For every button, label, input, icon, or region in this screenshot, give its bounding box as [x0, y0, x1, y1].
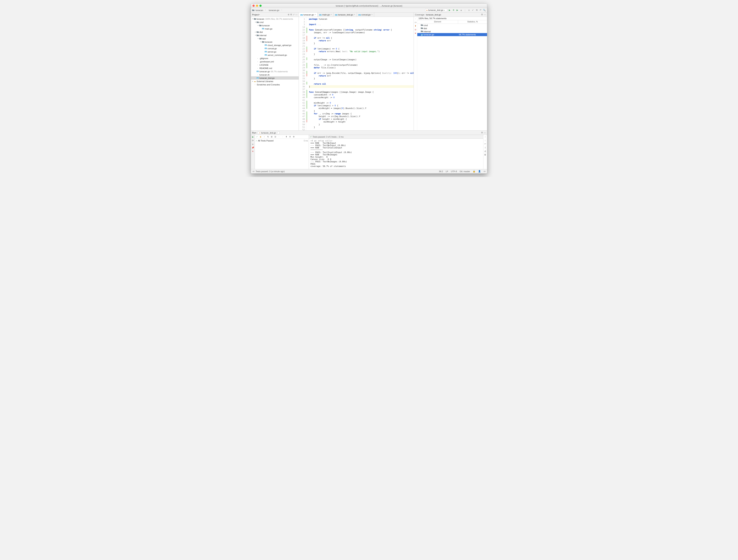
tree-row[interactable]: goserver_command.go: [251, 53, 299, 57]
up-icon[interactable]: ↑: [485, 135, 486, 138]
tree-row[interactable]: ▾internal: [251, 34, 299, 37]
coverage-row[interactable]: gotunacan.go58.7% statements: [417, 33, 487, 36]
pin-icon[interactable]: 📌: [252, 147, 254, 149]
code-editor[interactable]: 1231415161718192021222324252627282930313…: [299, 17, 414, 130]
tree-row[interactable]: ▫.gitignore: [251, 57, 299, 60]
print-icon[interactable]: 🖨: [484, 150, 486, 152]
git-branch[interactable]: Git: master: [460, 170, 470, 173]
debug-icon[interactable]: ❉: [452, 9, 455, 12]
close-icon[interactable]: ✕: [252, 150, 254, 153]
tree-row[interactable]: goconcat.go: [251, 47, 299, 50]
tree-twisty-icon[interactable]: ▸: [252, 80, 254, 82]
tree-twisty-icon[interactable]: ▾: [255, 34, 256, 36]
close-icon[interactable]: ✕: [415, 32, 416, 35]
tree-row[interactable]: ▫Scratches and Consoles: [251, 83, 299, 86]
tree-row[interactable]: gotunacan.go58.7% statements: [251, 70, 299, 73]
tree-row[interactable]: goserver.go: [251, 50, 299, 53]
check-icon[interactable]: ✓: [256, 135, 258, 138]
run-config-select[interactable]: ▸ tunacan_test.go ▾: [425, 8, 447, 12]
breadcrumb-item[interactable]: tunacan: [255, 9, 264, 12]
chevron-down-icon[interactable]: ▾: [259, 14, 260, 15]
gear-icon[interactable]: ⚙: [481, 13, 483, 16]
wrap-icon[interactable]: ↩: [484, 143, 486, 145]
import-icon[interactable]: ⬇: [289, 135, 291, 138]
coverage-row[interactable]: cmd: [417, 24, 487, 27]
tree-row[interactable]: ▾tunacan: [251, 24, 299, 27]
tree-row[interactable]: ▾cmd: [251, 20, 299, 24]
toggle-icon[interactable]: ⟳: [252, 139, 254, 142]
hide-icon[interactable]: —: [295, 13, 298, 16]
tree-row[interactable]: ▾app: [251, 37, 299, 40]
tree-row[interactable]: ▸dist: [251, 30, 299, 34]
run-tab[interactable]: ▸ tunacan_test.go ×: [258, 131, 280, 134]
search-icon[interactable]: 🔍: [483, 9, 486, 12]
stop-icon[interactable]: ■: [252, 143, 254, 145]
export-icon[interactable]: ⬆: [285, 135, 288, 138]
sort2-icon[interactable]: ⇅: [267, 135, 269, 138]
gear-icon[interactable]: ⚙: [481, 131, 483, 134]
expand-icon[interactable]: ⊞: [270, 135, 273, 138]
hector-icon[interactable]: ▭: [483, 170, 485, 173]
tree-row[interactable]: ▫README.md: [251, 66, 299, 70]
close-icon[interactable]: ×: [331, 14, 332, 16]
editor-tab[interactable]: goconcat.go×: [357, 13, 374, 17]
test-root-row[interactable]: ✓ All Tests Passed 0 ms: [256, 139, 308, 142]
breadcrumb[interactable]: tunacan 〉 tunacan.go 〉: [252, 9, 284, 12]
run-icon[interactable]: ▶: [448, 9, 451, 12]
inspector-icon[interactable]: 👤: [478, 170, 481, 173]
code-area[interactable]: package tunacan import ... func Concat(s…: [307, 17, 414, 130]
tree-row[interactable]: ▫.goreleaser.yml: [251, 60, 299, 63]
rerun-icon[interactable]: ▶: [252, 135, 254, 138]
gear-icon[interactable]: ⚙: [290, 13, 292, 16]
filter-icon[interactable]: ⊘: [415, 28, 416, 31]
git-history-icon[interactable]: ⟲: [475, 9, 478, 12]
editor-tab[interactable]: gotunacan.go×: [299, 13, 318, 17]
sort-icon[interactable]: ↕: [263, 135, 266, 138]
flat-icon[interactable]: ▭: [415, 21, 416, 24]
encoding[interactable]: UTF-8: [451, 170, 457, 173]
trash-icon[interactable]: 🗑: [484, 154, 486, 156]
coverage-table[interactable]: cmddistinternalgotunacan.go58.7% stateme…: [417, 24, 487, 130]
up-icon[interactable]: ↑: [278, 135, 280, 138]
coverage-row[interactable]: internal: [417, 30, 487, 33]
editor-tab[interactable]: gomain.go×: [318, 13, 333, 17]
tree-twisty-icon[interactable]: ▸: [255, 31, 256, 33]
line-ending[interactable]: LF: [446, 170, 448, 173]
tree-row[interactable]: ▫LICENSE: [251, 63, 299, 66]
editor-tab[interactable]: gotunacan_test.go×: [333, 13, 357, 17]
tree-row[interactable]: ▾tunacan100% files, 58.7% statements: [251, 17, 299, 20]
gear-icon[interactable]: ⚙: [292, 135, 295, 138]
tree-twisty-icon[interactable]: ▾: [257, 38, 259, 39]
close-icon[interactable]: ×: [371, 14, 372, 16]
target-icon[interactable]: ⊕: [288, 13, 289, 16]
minimize-icon[interactable]: [256, 5, 258, 7]
collapse-icon[interactable]: ⤢: [293, 13, 295, 16]
window-controls[interactable]: [253, 5, 262, 7]
coverage-icon[interactable]: ▶: [456, 9, 459, 12]
maximize-icon[interactable]: [260, 5, 262, 7]
git-update-icon[interactable]: ⤓: [467, 9, 470, 12]
down-icon[interactable]: ↓: [281, 135, 284, 138]
tree-row[interactable]: ▫tunacan.rb: [251, 73, 299, 76]
tree-twisty-icon[interactable]: ▾: [255, 21, 256, 23]
tree-row[interactable]: gocloud_storage_upload.go: [251, 43, 299, 47]
up-icon[interactable]: ↑: [415, 18, 416, 20]
collapse-icon[interactable]: ⊟: [274, 135, 277, 138]
down-icon[interactable]: ↓: [485, 139, 486, 142]
tree-row[interactable]: gotunacan_test.go: [251, 76, 299, 80]
stop-icon[interactable]: ■: [460, 9, 463, 12]
scroll-icon[interactable]: ⤓: [484, 146, 486, 149]
tree-twisty-icon[interactable]: ▾: [260, 41, 262, 43]
tree-row[interactable]: ▸▬External Libraries: [251, 80, 299, 83]
tree-twisty-icon[interactable]: ▾: [252, 18, 254, 20]
tree-row[interactable]: gomain.go: [251, 27, 299, 30]
tree-row[interactable]: ▾tunacan: [251, 40, 299, 43]
run-test-tree[interactable]: ✓ ◐ ↕ ⇅ ⊞ ⊟ ↑ ↓ ⬆ ⬇ ⚙ ✓ All Tests Passed: [255, 135, 309, 169]
close-icon[interactable]: [253, 5, 255, 7]
git-revert-icon[interactable]: ↶: [479, 9, 482, 12]
coverage-row[interactable]: dist: [417, 27, 487, 30]
run-console[interactable]: <4 go setup calls>=== RUN TestNoInput---…: [309, 139, 483, 169]
close-icon[interactable]: ×: [354, 14, 355, 16]
lock-icon[interactable]: 🔓: [473, 170, 475, 173]
project-tree[interactable]: ▾tunacan100% files, 58.7% statements▾cmd…: [251, 17, 299, 130]
